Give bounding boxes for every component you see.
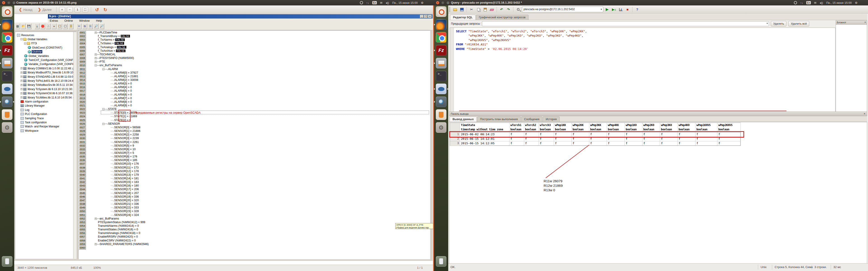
cell-3-wPmp1KK[interactable]: f — [554, 141, 572, 146]
variable-row-0059[interactable]: +—SHARED_PARAMETERS (%MW2946) — [86, 242, 430, 246]
tree-item-globconst-constant-[interactable]: GlobConst (CONSTANT) — [28, 46, 63, 49]
variable-row-0029[interactable]: ····.SENSOR[2] = 2258 — [86, 133, 430, 136]
back-button[interactable]: ❮ Назад — [17, 6, 34, 13]
tree-item-global-variables[interactable]: −Global Variables — [21, 37, 48, 41]
tree-item-library-tcmodbussrv-lib-30-5[interactable]: +library TcModbusSrv.lib 30.5.11 10:34:2… — [21, 83, 76, 87]
firefox-launcher-icon[interactable] — [2, 19, 12, 30]
image-viewer-launcher-icon[interactable] — [2, 96, 12, 107]
variable-row-0034[interactable]: ····.SENSOR[7] = 5 — [86, 151, 430, 155]
tree-item-library-tcsystemctrl-lib-6-1[interactable]: +library TcSystemCtrl.lib 6.10.07 10:36:… — [21, 92, 76, 95]
cell-2-wPmp2KK[interactable]: f — [572, 137, 589, 141]
undo-icon[interactable]: ↶ — [499, 6, 504, 12]
explain-query-icon[interactable] — [618, 6, 624, 12]
pc-delete-icon[interactable]: 🖵 — [63, 24, 68, 29]
open-file-icon[interactable]: 📂 — [21, 24, 26, 29]
column-header-wPmp3KO[interactable]: wPmp3KO boolean — [660, 123, 678, 132]
output-tab-1[interactable]: Вывод данных — [450, 116, 477, 122]
tree-item-library-modbusrtu-new-lib-1-[interactable]: +library ModbusRTU_New.lib 1.6.09 10:08:… — [21, 71, 76, 74]
variable-row-0036[interactable]: ····.SENSOR[9] = 185 — [86, 158, 430, 162]
variable-row-0031[interactable]: ····.SENSOR[4] = 2261 — [86, 140, 430, 144]
save-icon[interactable]: 💾 — [26, 24, 31, 29]
login-list-icon[interactable]: ⤓ — [35, 24, 39, 29]
variable-row-0010[interactable]: −—srv_BufTxParams — [86, 64, 430, 67]
tree-item-library-manager[interactable]: Library Manager — [21, 104, 45, 108]
session-indicator-icon[interactable] — [360, 1, 363, 4]
tree-scrollbar[interactable] — [73, 32, 76, 259]
variable-row-0021[interactable]: ····.ALARM[9] = 0 — [86, 104, 430, 107]
variable-row-0007[interactable]: +—TECHNICAL — [86, 53, 430, 56]
previous-queries-combobox[interactable] — [482, 21, 769, 26]
rotate-left-button[interactable]: ↺ — [94, 7, 100, 12]
filezilla-launcher-icon[interactable]: Fz — [2, 45, 12, 56]
variable-row-0027[interactable]: ····.SENSOR[0] = 56588 — [86, 126, 430, 129]
menu-help[interactable]: Help — [96, 19, 102, 22]
row-number[interactable]: 3 — [450, 141, 460, 146]
variable-row-0051[interactable]: ····.SENSOR[24] = 324 — [86, 213, 430, 217]
variable-row-0013[interactable]: ····.ALARM[1] = 21881 — [86, 74, 430, 78]
cell-3-wTorch3[interactable]: f — [539, 141, 554, 146]
copy-icon[interactable]: ⧉ — [82, 24, 87, 29]
paste-icon[interactable] — [482, 6, 488, 12]
cell-3-wTorch1[interactable]: f — [509, 141, 524, 146]
new-file-icon[interactable]: ▤ — [15, 24, 20, 29]
normal-size-button[interactable]: 1 — [74, 7, 81, 12]
variable-row-0017[interactable]: ····.ALARM[5] = 0 — [86, 89, 430, 93]
power-gear-icon[interactable]: ⚙ — [421, 1, 424, 4]
expand-icon[interactable]: + — [21, 76, 23, 78]
minimize-icon[interactable]: − — [7, 1, 11, 4]
tree-item-variable-configuration-var-c[interactable]: Variable_Configuration (VAR_CONFIG) — [24, 62, 76, 66]
variable-row-0047[interactable]: ····.SENSOR[20] = 320 — [86, 199, 430, 202]
find-next-icon[interactable]: 🔎 — [99, 24, 104, 29]
collapse-icon[interactable]: − — [95, 64, 97, 66]
expand-icon[interactable]: + — [21, 88, 23, 90]
expand-icon[interactable]: + — [95, 218, 97, 220]
close-icon[interactable]: ✕ — [2, 1, 5, 4]
variable-row-0019[interactable]: ····.ALARM[7] = 0 — [86, 96, 430, 100]
tree-item-globvar[interactable]: GlobVar — [28, 50, 42, 54]
cell-3-wPmp3KK[interactable]: f — [589, 141, 607, 146]
network-indicator-icon[interactable]: ↑↓ — [800, 1, 803, 4]
delete-all-button[interactable]: Удалить всё — [788, 21, 809, 26]
variable-row-0026[interactable]: −—.SENSOR — [86, 122, 430, 126]
variable-row-0012[interactable]: ····.ALARM[0] = 37927 — [86, 71, 430, 74]
tree-item-library-tcsystem-lib-9-13-10[interactable]: +library TcSystem.lib 9.13.10 10:21:30: … — [21, 87, 76, 91]
variable-row-0028[interactable]: ····.SENSOR[1] = 21886 — [86, 129, 430, 133]
toolbar-grip[interactable] — [449, 7, 450, 12]
tree-item-log[interactable]: Log — [21, 108, 30, 112]
column-header-wPmp3KK[interactable]: wPmp3KK boolean — [589, 123, 607, 132]
collapse-icon[interactable]: − — [21, 38, 23, 40]
tree-item-library-standard-lib-5-6-98-[interactable]: +library STANDARD.LIB 5.6.98 11:03:02: g… — [21, 75, 76, 78]
ubuntu-dash-launcher-icon[interactable] — [2, 6, 12, 17]
chrome-launcher-icon[interactable] — [2, 32, 12, 43]
expand-icon[interactable]: + — [95, 54, 97, 56]
variable-row-0038[interactable]: ····.SENSOR[11] = 173 — [86, 166, 430, 169]
variable-row-0039[interactable]: ····.SENSOR[12] = 178 — [86, 169, 430, 173]
sound-indicator-icon[interactable]: ◂)) — [819, 1, 823, 4]
column-header-wPmp2KHVS[interactable]: wPmp2KHVS boolean — [717, 123, 741, 132]
cell-2-wPmp1KHVS[interactable]: f — [695, 137, 717, 141]
variable-row-0014[interactable]: ····.ALARM[2] = 33008 — [86, 78, 430, 82]
cell-2-wPmp2KO[interactable]: f — [643, 137, 660, 141]
variable-row-0016[interactable]: ····.ALARM[4] = 0 — [86, 86, 430, 89]
variable-row-0024[interactable]: ····.STATE[1] = 21869 — [86, 114, 430, 118]
cell-3-wPmp2KO[interactable]: f — [643, 141, 660, 146]
pgadmin-launcher-icon[interactable] — [436, 83, 446, 94]
column-header-TimeState[interactable]: TimeState timestamp without time zone — [460, 123, 509, 132]
expand-icon[interactable]: + — [95, 57, 97, 59]
connection-combobox[interactable]: ptescada на postgres@172.16.1.202:5432 — [522, 6, 603, 12]
minimize-icon[interactable]: − — [441, 1, 445, 4]
right-window-buttons[interactable]: ✕ − ▢ — [436, 1, 450, 4]
save-file-icon[interactable] — [459, 6, 465, 12]
editor-tab-1[interactable]: Редактор SQL — [450, 15, 475, 20]
menu-online[interactable]: Online — [64, 19, 73, 22]
variable-row-0030[interactable]: ····.SENSOR[3] = 2239 — [86, 136, 430, 140]
variable-row-0002[interactable]: f_TransmitBusy = FALSE — [86, 34, 430, 38]
variable-row-0015[interactable]: ····.ALARM[3] = 0 — [86, 82, 430, 86]
expand-icon[interactable]: + — [21, 92, 23, 94]
tree-item-global-variables[interactable]: Global_Variables — [24, 54, 50, 58]
clear-window-icon[interactable] — [489, 6, 495, 12]
clock-indicator[interactable]: Пн., 15 июня 15:00 — [392, 1, 418, 4]
variable-row-0020[interactable]: ····.ALARM[8] = 0 — [86, 100, 430, 104]
tree-item-sampling-trace[interactable]: Sampling Trace — [21, 116, 44, 120]
variable-row-0006[interactable]: f_TxArchive = FALSE — [86, 49, 430, 53]
